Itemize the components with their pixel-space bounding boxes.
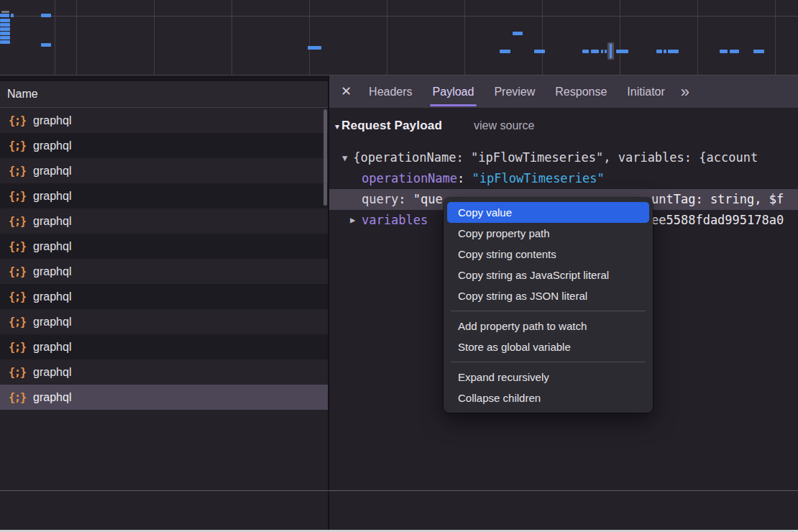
request-row[interactable]: {;}graphql [0,183,328,208]
menu-item-expand-recursively[interactable]: Expand recursively [447,367,649,387]
json-braces-icon: {;} [9,341,26,354]
expand-caret-icon[interactable]: ▶ [350,210,355,231]
overview-request-bar[interactable] [0,27,10,31]
request-name: graphql [33,391,71,404]
request-row[interactable]: {;}graphql [0,158,328,183]
overview-request-bar[interactable] [0,19,10,22]
close-icon[interactable]: ✕ [341,75,352,108]
tab-strip: HeadersPayloadPreviewResponseInitiator [359,75,675,108]
view-source-link[interactable]: view source [474,119,534,132]
overview-request-bar[interactable] [616,50,628,53]
request-row[interactable]: {;}graphql [0,234,328,259]
footer-divider [0,490,798,491]
payload-row-operationname[interactable]: operationName: "ipFlowTimeseries" [329,168,798,189]
request-name: graphql [33,341,71,354]
overview-request-bar[interactable] [41,14,51,17]
property-value-right: untTag: string, $f [651,189,784,210]
menu-separator [451,362,646,362]
overview-request-bar[interactable] [513,32,523,35]
expand-caret-icon[interactable]: ▼ [342,148,347,168]
request-name: graphql [33,265,71,278]
overview-request-bar[interactable] [41,43,51,47]
overview-request-bar[interactable] [601,50,603,53]
overview-request-bar[interactable] [0,36,10,40]
menu-item-copy-value[interactable]: Copy value [447,202,649,223]
overview-request-bar[interactable] [1,11,9,13]
menu-item-copy-string-contents[interactable]: Copy string contents [447,244,649,265]
request-list[interactable]: {;}graphql{;}graphql{;}graphql{;}graphql… [0,108,328,490]
context-menu: Copy valueCopy property pathCopy string … [444,198,653,413]
request-payload-header: ▾ Request Payload view source [335,119,535,133]
overview-request-bar[interactable] [605,50,607,53]
menu-item-collapse-children[interactable]: Collapse children [447,387,649,408]
more-tabs-icon[interactable]: » [681,75,689,108]
tab-response[interactable]: Response [545,75,617,108]
overview-selected-marker[interactable] [607,42,614,60]
request-row[interactable]: {;}graphql [0,309,328,334]
devtools-window: Name {;}graphql{;}graphql{;}graphql{;}gr… [0,0,798,532]
overview-request-bar[interactable] [664,50,666,53]
payload-root-row[interactable]: ▼{operationName: "ipFlowTimeseries", var… [329,147,798,168]
overview-request-bar[interactable] [656,50,662,53]
request-name: graphql [33,114,71,127]
overview-request-bar[interactable] [668,50,679,53]
request-name: graphql [33,165,71,178]
panel-gap [0,75,328,81]
property-value-left: "que [413,192,443,206]
network-overview[interactable] [0,0,798,75]
json-braces-icon: {;} [9,290,26,303]
overview-request-bar[interactable] [591,50,599,53]
request-row[interactable]: {;}graphql [0,259,328,284]
json-braces-icon: {;} [9,265,26,278]
panel-divider[interactable] [328,75,329,530]
request-row[interactable]: {;}graphql [0,108,328,133]
overview-request-bar[interactable] [0,32,10,35]
request-name: graphql [33,316,71,329]
request-row[interactable]: {;}graphql [0,284,328,309]
overview-request-bar[interactable] [753,50,764,53]
overview-request-bar[interactable] [308,46,321,50]
request-row[interactable]: {;}graphql [0,385,328,410]
json-braces-icon: {;} [9,366,26,379]
menu-item-copy-string-as-json-literal[interactable]: Copy string as JSON literal [447,285,649,306]
request-row[interactable]: {;}graphql [0,359,328,385]
tab-payload[interactable]: Payload [423,75,485,108]
request-row[interactable]: {;}graphql [0,208,328,234]
payload-root-preview: {operationName: "ipFlowTimeseries", vari… [353,150,758,165]
overview-request-bar[interactable] [0,14,9,17]
json-braces-icon: {;} [9,240,26,253]
property-value: "ipFlowTimeseries" [472,171,605,185]
property-key: query [362,192,398,206]
tab-preview[interactable]: Preview [484,75,545,108]
property-value-right: ee5588fdad995178a0 [651,210,784,231]
json-braces-icon: {;} [9,114,26,127]
list-scrollbar-thumb[interactable] [324,109,327,206]
menu-item-add-property-path-to-watch[interactable]: Add property path to watch [447,316,649,336]
menu-item-store-as-global-variable[interactable]: Store as global variable [447,336,649,357]
name-column-header[interactable]: Name [0,81,328,108]
json-braces-icon: {;} [9,190,26,203]
request-name: graphql [33,215,71,228]
menu-item-copy-string-as-javascript-literal[interactable]: Copy string as JavaScript literal [447,265,649,285]
request-row[interactable]: {;}graphql [0,133,328,158]
collapse-caret-icon[interactable]: ▾ [335,121,339,132]
overview-request-bar[interactable] [500,50,510,53]
overview-request-bar[interactable] [0,23,10,27]
tab-initiator[interactable]: Initiator [617,75,674,108]
json-braces-icon: {;} [9,139,26,152]
json-braces-icon: {;} [9,215,26,228]
menu-item-copy-property-path[interactable]: Copy property path [447,223,649,244]
overview-request-bar[interactable] [534,50,545,53]
overview-request-bar[interactable] [582,50,589,53]
overview-request-bar[interactable] [0,40,10,44]
tab-headers[interactable]: Headers [359,75,422,108]
detail-tab-bar: ✕ HeadersPayloadPreviewResponseInitiator… [329,75,798,108]
overview-request-bar[interactable] [11,14,14,17]
overview-request-bar[interactable] [720,50,728,53]
request-name: graphql [33,240,71,253]
request-name: graphql [33,139,71,152]
property-key: variables [362,213,428,227]
menu-separator [451,311,646,311]
request-row[interactable]: {;}graphql [0,334,328,359]
overview-request-bar[interactable] [730,50,739,53]
